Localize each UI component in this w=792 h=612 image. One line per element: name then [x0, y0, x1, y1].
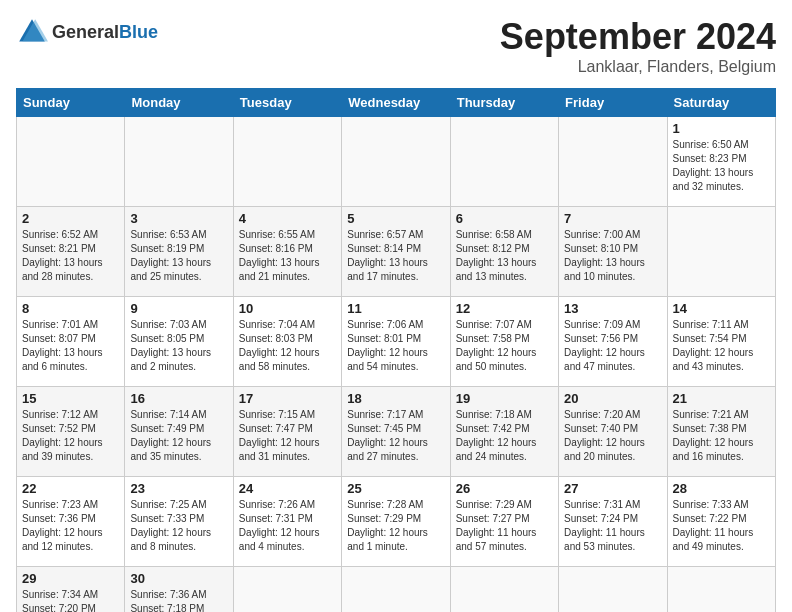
calendar-cell: [450, 117, 558, 207]
day-info: Sunrise: 7:06 AMSunset: 8:01 PMDaylight:…: [347, 318, 444, 374]
col-monday: Monday: [125, 89, 233, 117]
day-info: Sunrise: 7:14 AMSunset: 7:49 PMDaylight:…: [130, 408, 227, 464]
calendar-cell: 27Sunrise: 7:31 AMSunset: 7:24 PMDayligh…: [559, 477, 667, 567]
day-number: 30: [130, 571, 227, 586]
day-info: Sunrise: 7:09 AMSunset: 7:56 PMDaylight:…: [564, 318, 661, 374]
calendar-cell: 2Sunrise: 6:52 AMSunset: 8:21 PMDaylight…: [17, 207, 125, 297]
calendar-cell: 3Sunrise: 6:53 AMSunset: 8:19 PMDaylight…: [125, 207, 233, 297]
calendar-cell: [342, 567, 450, 613]
calendar-cell: 5Sunrise: 6:57 AMSunset: 8:14 PMDaylight…: [342, 207, 450, 297]
calendar-table: Sunday Monday Tuesday Wednesday Thursday…: [16, 88, 776, 612]
calendar-cell: 12Sunrise: 7:07 AMSunset: 7:58 PMDayligh…: [450, 297, 558, 387]
day-number: 12: [456, 301, 553, 316]
day-info: Sunrise: 7:33 AMSunset: 7:22 PMDaylight:…: [673, 498, 770, 554]
day-info: Sunrise: 6:57 AMSunset: 8:14 PMDaylight:…: [347, 228, 444, 284]
day-number: 19: [456, 391, 553, 406]
day-number: 23: [130, 481, 227, 496]
col-saturday: Saturday: [667, 89, 775, 117]
day-info: Sunrise: 7:18 AMSunset: 7:42 PMDaylight:…: [456, 408, 553, 464]
calendar-cell: 17Sunrise: 7:15 AMSunset: 7:47 PMDayligh…: [233, 387, 341, 477]
day-number: 22: [22, 481, 119, 496]
col-tuesday: Tuesday: [233, 89, 341, 117]
calendar-cell: 6Sunrise: 6:58 AMSunset: 8:12 PMDaylight…: [450, 207, 558, 297]
calendar-cell: 22Sunrise: 7:23 AMSunset: 7:36 PMDayligh…: [17, 477, 125, 567]
day-info: Sunrise: 7:07 AMSunset: 7:58 PMDaylight:…: [456, 318, 553, 374]
day-number: 28: [673, 481, 770, 496]
day-info: Sunrise: 6:53 AMSunset: 8:19 PMDaylight:…: [130, 228, 227, 284]
day-number: 2: [22, 211, 119, 226]
day-info: Sunrise: 7:20 AMSunset: 7:40 PMDaylight:…: [564, 408, 661, 464]
calendar-cell: 8Sunrise: 7:01 AMSunset: 8:07 PMDaylight…: [17, 297, 125, 387]
day-info: Sunrise: 6:50 AMSunset: 8:23 PMDaylight:…: [673, 138, 770, 194]
day-number: 10: [239, 301, 336, 316]
calendar-cell: 23Sunrise: 7:25 AMSunset: 7:33 PMDayligh…: [125, 477, 233, 567]
header-row: Sunday Monday Tuesday Wednesday Thursday…: [17, 89, 776, 117]
calendar-cell: [450, 567, 558, 613]
day-info: Sunrise: 7:01 AMSunset: 8:07 PMDaylight:…: [22, 318, 119, 374]
day-number: 29: [22, 571, 119, 586]
day-number: 21: [673, 391, 770, 406]
day-number: 1: [673, 121, 770, 136]
calendar-cell: 13Sunrise: 7:09 AMSunset: 7:56 PMDayligh…: [559, 297, 667, 387]
day-info: Sunrise: 7:12 AMSunset: 7:52 PMDaylight:…: [22, 408, 119, 464]
day-info: Sunrise: 7:04 AMSunset: 8:03 PMDaylight:…: [239, 318, 336, 374]
day-number: 20: [564, 391, 661, 406]
day-number: 9: [130, 301, 227, 316]
day-number: 5: [347, 211, 444, 226]
day-number: 27: [564, 481, 661, 496]
calendar-cell: [17, 117, 125, 207]
day-info: Sunrise: 7:31 AMSunset: 7:24 PMDaylight:…: [564, 498, 661, 554]
calendar-week-6: 29Sunrise: 7:34 AMSunset: 7:20 PMDayligh…: [17, 567, 776, 613]
logo-text: GeneralBlue: [52, 22, 158, 43]
calendar-cell: 24Sunrise: 7:26 AMSunset: 7:31 PMDayligh…: [233, 477, 341, 567]
day-info: Sunrise: 7:00 AMSunset: 8:10 PMDaylight:…: [564, 228, 661, 284]
calendar-cell: [667, 207, 775, 297]
col-friday: Friday: [559, 89, 667, 117]
calendar-cell: 18Sunrise: 7:17 AMSunset: 7:45 PMDayligh…: [342, 387, 450, 477]
day-info: Sunrise: 7:23 AMSunset: 7:36 PMDaylight:…: [22, 498, 119, 554]
calendar-week-3: 8Sunrise: 7:01 AMSunset: 8:07 PMDaylight…: [17, 297, 776, 387]
day-info: Sunrise: 7:17 AMSunset: 7:45 PMDaylight:…: [347, 408, 444, 464]
day-number: 7: [564, 211, 661, 226]
day-info: Sunrise: 7:15 AMSunset: 7:47 PMDaylight:…: [239, 408, 336, 464]
day-info: Sunrise: 7:11 AMSunset: 7:54 PMDaylight:…: [673, 318, 770, 374]
calendar-cell: 26Sunrise: 7:29 AMSunset: 7:27 PMDayligh…: [450, 477, 558, 567]
calendar-cell: 9Sunrise: 7:03 AMSunset: 8:05 PMDaylight…: [125, 297, 233, 387]
day-number: 16: [130, 391, 227, 406]
calendar-cell: [667, 567, 775, 613]
day-number: 18: [347, 391, 444, 406]
logo-blue: Blue: [119, 22, 158, 42]
day-number: 15: [22, 391, 119, 406]
logo-general: General: [52, 22, 119, 42]
calendar-cell: 1Sunrise: 6:50 AMSunset: 8:23 PMDaylight…: [667, 117, 775, 207]
calendar-week-1: 1Sunrise: 6:50 AMSunset: 8:23 PMDaylight…: [17, 117, 776, 207]
calendar-cell: 15Sunrise: 7:12 AMSunset: 7:52 PMDayligh…: [17, 387, 125, 477]
day-info: Sunrise: 6:52 AMSunset: 8:21 PMDaylight:…: [22, 228, 119, 284]
header: GeneralBlue September 2024 Lanklaar, Fla…: [16, 16, 776, 76]
calendar-cell: 21Sunrise: 7:21 AMSunset: 7:38 PMDayligh…: [667, 387, 775, 477]
calendar-cell: [125, 117, 233, 207]
day-info: Sunrise: 6:58 AMSunset: 8:12 PMDaylight:…: [456, 228, 553, 284]
logo: GeneralBlue: [16, 16, 158, 48]
day-number: 8: [22, 301, 119, 316]
month-title: September 2024: [500, 16, 776, 58]
day-info: Sunrise: 7:26 AMSunset: 7:31 PMDaylight:…: [239, 498, 336, 554]
day-info: Sunrise: 7:36 AMSunset: 7:18 PMDaylight:…: [130, 588, 227, 612]
day-number: 4: [239, 211, 336, 226]
calendar-cell: 10Sunrise: 7:04 AMSunset: 8:03 PMDayligh…: [233, 297, 341, 387]
calendar-cell: 19Sunrise: 7:18 AMSunset: 7:42 PMDayligh…: [450, 387, 558, 477]
day-info: Sunrise: 7:21 AMSunset: 7:38 PMDaylight:…: [673, 408, 770, 464]
day-info: Sunrise: 7:03 AMSunset: 8:05 PMDaylight:…: [130, 318, 227, 374]
calendar-cell: 16Sunrise: 7:14 AMSunset: 7:49 PMDayligh…: [125, 387, 233, 477]
day-number: 14: [673, 301, 770, 316]
calendar-cell: [559, 117, 667, 207]
calendar-cell: 7Sunrise: 7:00 AMSunset: 8:10 PMDaylight…: [559, 207, 667, 297]
logo-icon: [16, 16, 48, 48]
day-number: 6: [456, 211, 553, 226]
calendar-cell: 20Sunrise: 7:20 AMSunset: 7:40 PMDayligh…: [559, 387, 667, 477]
day-info: Sunrise: 7:25 AMSunset: 7:33 PMDaylight:…: [130, 498, 227, 554]
calendar-cell: [233, 117, 341, 207]
calendar-cell: 29Sunrise: 7:34 AMSunset: 7:20 PMDayligh…: [17, 567, 125, 613]
calendar-cell: 25Sunrise: 7:28 AMSunset: 7:29 PMDayligh…: [342, 477, 450, 567]
day-number: 17: [239, 391, 336, 406]
